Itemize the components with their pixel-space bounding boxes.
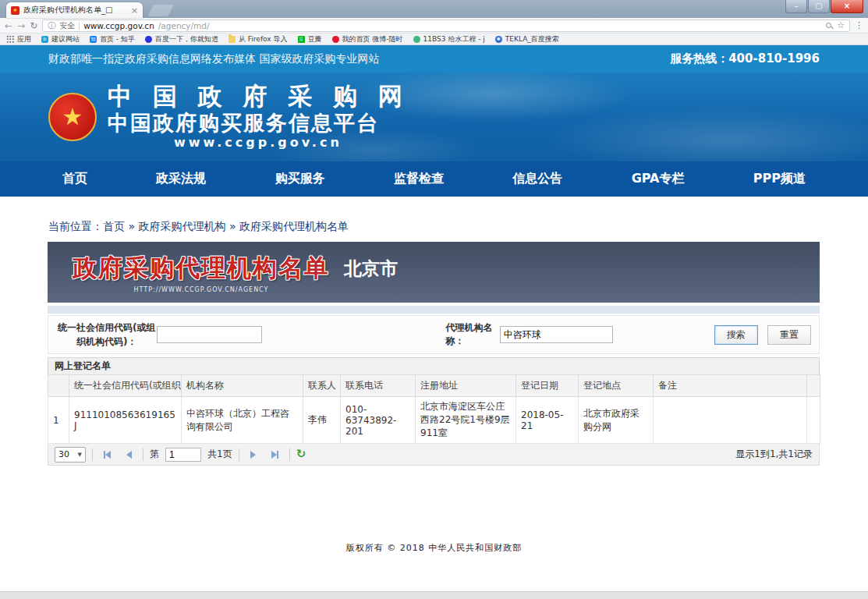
bookmark-star-icon[interactable]: ☆ xyxy=(837,20,845,30)
national-emblem-logo: ★ xyxy=(48,93,97,141)
nav-item-regulations[interactable]: 政采法规 xyxy=(148,171,214,187)
pagination-bar: 30 ▼ 第 共1页 ↻ 显示1到1,共1记录 xyxy=(48,444,820,466)
search-button[interactable]: 搜索 xyxy=(714,325,758,345)
bookmarks-bar: 应用 b 建议网站 知 首页 - 知乎 百度一下，你就知道 从 Firefox … xyxy=(0,34,868,45)
nav-item-home[interactable]: 首页 xyxy=(55,171,95,187)
nav-item-announcements[interactable]: 信息公告 xyxy=(505,171,570,187)
forward-icon[interactable]: → xyxy=(17,21,25,30)
bookmark-item[interactable]: 11BS3 给水工程 - j xyxy=(413,34,485,44)
tab-title: 政府采购代理机构名单_□ xyxy=(23,5,128,16)
page-prefix-label: 第 xyxy=(150,448,159,461)
next-page-button[interactable] xyxy=(246,448,261,462)
previous-page-button[interactable] xyxy=(121,448,136,462)
cell-agency-name-link[interactable]: 中咨环球（北京）工程咨询有限公司 xyxy=(182,397,303,444)
url-host: www.ccgp.gov.cn xyxy=(83,21,154,30)
credit-code-label: 统一社会信用代码(或组织机构代码)： xyxy=(56,321,157,349)
pager-divider xyxy=(143,448,143,461)
window-controls: – ▢ × xyxy=(785,0,863,13)
col-address: 注册地址 xyxy=(416,375,516,397)
url-path: /agency/md/ xyxy=(158,21,210,30)
nav-item-ppp[interactable]: PPP频道 xyxy=(746,171,813,187)
table-section-title: 网上登记名单 xyxy=(48,357,820,374)
agency-list-banner: 政府采购代理机构名单 HTTP://WWW.CCGP.GOV.CN/AGENCY… xyxy=(48,242,820,303)
col-phone: 联系电话 xyxy=(341,375,416,397)
table-row: 1 91110108563619165J 中咨环球（北京）工程咨询有限公司 李伟… xyxy=(48,397,820,444)
folder-icon xyxy=(229,36,236,43)
table-header-row: 统一社会信用代码(或组织 机构名称 联系人 联系电话 注册地址 登记日期 登记地… xyxy=(48,375,820,397)
bookmark-item[interactable]: 我的首页 微博-随时 xyxy=(332,34,403,44)
bookmark-label: 11BS3 给水工程 - j xyxy=(423,34,485,44)
refresh-icon[interactable]: ↻ xyxy=(296,448,306,460)
service-hotline: 服务热线：400-810-1996 xyxy=(670,51,820,66)
site-slogan: 财政部唯一指定政府采购信息网络发布媒体 国家级政府采购专业网站 xyxy=(48,52,379,66)
bookmark-item[interactable]: 从 Firefox 导入 xyxy=(229,34,288,44)
cell-credit-code: 91110108563619165J xyxy=(69,397,182,444)
cell-reg-place: 北京市政府采购分网 xyxy=(579,397,654,444)
window-minimize-button[interactable]: – xyxy=(785,0,807,13)
window-maximize-button[interactable]: ▢ xyxy=(808,0,830,13)
banner-url: HTTP://WWW.CCGP.GOV.CN/AGENCY xyxy=(134,286,269,293)
first-page-button[interactable] xyxy=(99,448,115,462)
site-dot-icon xyxy=(413,36,420,43)
agency-name-input[interactable] xyxy=(500,326,613,343)
page-content: 政府采购代理机构名单 HTTP://WWW.CCGP.GOV.CN/AGENCY… xyxy=(48,242,820,466)
bookmark-label: 豆瓣 xyxy=(308,34,322,44)
new-tab-button[interactable] xyxy=(148,5,174,16)
weibo-icon xyxy=(332,36,339,43)
security-label: 安全 xyxy=(59,20,75,31)
page-number-input[interactable] xyxy=(165,448,201,462)
breadcrumb[interactable]: 当前位置：首页 » 政府采购代理机构 » 政府采购代理机构名单 xyxy=(48,220,868,236)
record-summary: 显示1到1,共1记录 xyxy=(735,448,813,461)
reset-button[interactable]: 重置 xyxy=(767,325,811,345)
bookmark-item[interactable]: b 建议网站 xyxy=(41,34,80,44)
back-icon[interactable]: ← xyxy=(5,21,12,30)
tab-close-icon[interactable]: × xyxy=(131,5,138,16)
bookmark-label: 百度一下，你就知道 xyxy=(155,34,218,44)
window-close-button[interactable]: × xyxy=(831,0,863,13)
page-total-label: 共1页 xyxy=(207,448,232,461)
browser-tab-bar: ★ 政府采购代理机构名单_□ × – ▢ × xyxy=(0,0,868,18)
cell-contact: 李伟 xyxy=(303,397,341,444)
bookmark-label: 我的首页 微博-随时 xyxy=(342,34,403,44)
bookmark-label: 首页 - 知乎 xyxy=(100,34,135,44)
site-favicon-icon: ★ xyxy=(11,6,19,15)
search-panel: 统一社会信用代码(或组织机构代码)： 代理机构名称： 搜索 重置 xyxy=(48,315,820,354)
site-logo[interactable]: 中 国 政 府 采 购 网 中国政府购买服务信息平台 www.ccgp.gov.… xyxy=(108,83,409,151)
last-page-button[interactable] xyxy=(267,448,283,462)
chevron-down-icon: ▼ xyxy=(78,452,82,458)
cell-address: 北京市海淀区车公庄西路22号院1号楼9层911室 xyxy=(416,397,516,444)
bookmark-label: 建议网站 xyxy=(51,34,80,44)
site-utility-bar: 财政部唯一指定政府采购信息网络发布媒体 国家级政府采购专业网站 服务热线：400… xyxy=(0,45,868,73)
bookmark-item[interactable]: ✱ TEKLA_百度搜索 xyxy=(495,34,559,44)
bookmark-item[interactable]: 百度一下，你就知道 xyxy=(145,34,218,44)
zoom-icon[interactable] xyxy=(826,23,831,28)
reload-icon[interactable]: ↻ xyxy=(30,21,37,30)
info-icon[interactable]: ⓘ xyxy=(48,20,55,31)
bookmark-item[interactable]: 知 首页 - 知乎 xyxy=(90,34,135,44)
banner-title: 政府采购代理机构名单 xyxy=(73,252,330,285)
bing-icon: b xyxy=(41,36,48,43)
douban-icon: 豆 xyxy=(298,36,305,43)
credit-code-input[interactable] xyxy=(157,326,262,343)
page-size-select[interactable]: 30 ▼ xyxy=(55,447,86,463)
browser-tab[interactable]: ★ 政府采购代理机构名单_□ × xyxy=(6,2,143,18)
chrome-menu-icon[interactable]: ⋮ xyxy=(855,20,863,30)
baidu-icon xyxy=(145,36,152,43)
col-reg-date: 登记日期 xyxy=(516,375,579,397)
col-contact: 联系人 xyxy=(303,375,341,397)
col-note: 备注 xyxy=(654,375,807,397)
col-agency-name: 机构名称 xyxy=(182,375,303,397)
url-omnibox[interactable]: ⓘ 安全 www.ccgp.gov.cn /agency/md/ ☆ xyxy=(42,19,850,32)
apps-shortcut[interactable]: 应用 xyxy=(6,34,31,44)
omnibox-divider xyxy=(79,22,80,30)
apps-grid-icon xyxy=(6,35,14,43)
cell-note xyxy=(654,397,807,444)
nav-item-purchase-services[interactable]: 购买服务 xyxy=(267,171,333,187)
bookmark-item[interactable]: 豆 豆瓣 xyxy=(298,34,322,44)
nav-item-supervision[interactable]: 监督检查 xyxy=(386,171,452,187)
site-title: 中 国 政 府 采 购 网 xyxy=(108,83,409,111)
nav-item-gpa[interactable]: GPA专栏 xyxy=(624,171,693,187)
cell-index: 1 xyxy=(48,397,69,444)
pager-divider xyxy=(289,448,290,461)
agency-table: 统一社会信用代码(或组织 机构名称 联系人 联系电话 注册地址 登记日期 登记地… xyxy=(48,374,820,444)
